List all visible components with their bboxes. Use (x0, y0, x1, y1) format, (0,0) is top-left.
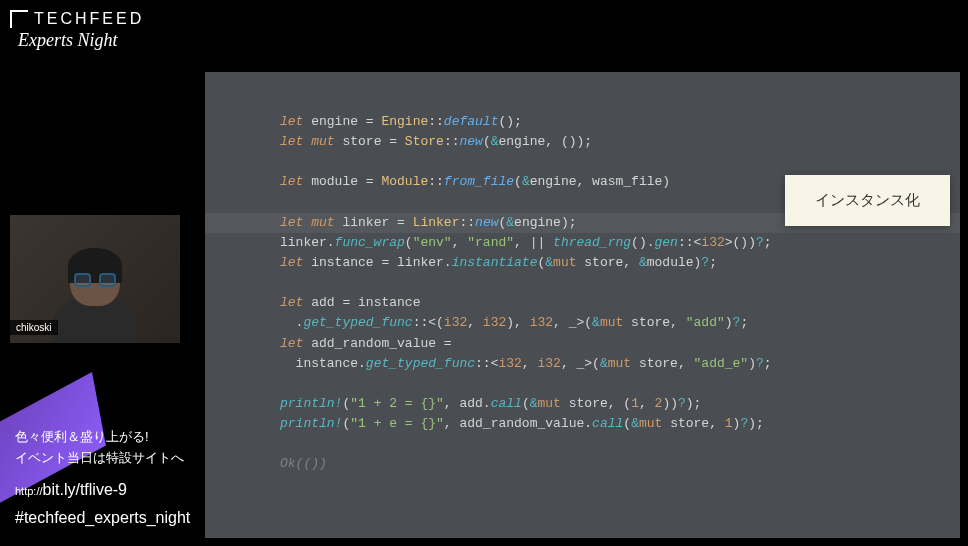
logo-area: TECHFEED Experts Night (10, 10, 144, 51)
code-line: instance.get_typed_func::<i32, i32, _>(&… (280, 354, 950, 374)
code-line: let mut store = Store::new(&engine, ()); (280, 132, 950, 152)
brand-text: TECHFEED (34, 10, 144, 28)
annotation-callout: インスタンス化 (785, 175, 950, 226)
code-line: Ok(()) (280, 454, 950, 474)
code-line (280, 152, 950, 172)
code-line (280, 434, 950, 454)
code-line (280, 374, 950, 394)
presenter-silhouette (50, 243, 140, 343)
code-line: let add_random_value = (280, 334, 950, 354)
footer-url[interactable]: http://bit.ly/tflive-9 (15, 477, 190, 503)
code-line: let instance = linker.instantiate(&mut s… (280, 253, 950, 273)
code-line: println!("1 + 2 = {}", add.call(&mut sto… (280, 394, 950, 414)
code-line: .get_typed_func::<(i32, i32), i32, _>(&m… (280, 313, 950, 333)
code-line: linker.func_wrap("env", "rand", || threa… (280, 233, 950, 253)
footer-tagline-1: 色々便利＆盛り上がる! (15, 427, 190, 448)
footer-hashtag: #techfeed_experts_night (15, 505, 190, 531)
code-line: let add = instance (280, 293, 950, 313)
footer-info: 色々便利＆盛り上がる! イベント当日は特設サイトへ http://bit.ly/… (15, 427, 190, 531)
brand-subtitle: Experts Night (18, 30, 144, 51)
code-line (280, 273, 950, 293)
webcam-feed: chikoski (10, 215, 180, 343)
presenter-username: chikoski (10, 320, 58, 335)
code-editor: let engine = Engine::default(); let mut … (205, 72, 960, 538)
code-line: println!("1 + e = {}", add_random_value.… (280, 414, 950, 434)
code-line: let engine = Engine::default(); (280, 112, 950, 132)
brand-logo: TECHFEED (10, 10, 144, 28)
footer-tagline-2: イベント当日は特設サイトへ (15, 448, 190, 469)
logo-icon (10, 10, 28, 28)
